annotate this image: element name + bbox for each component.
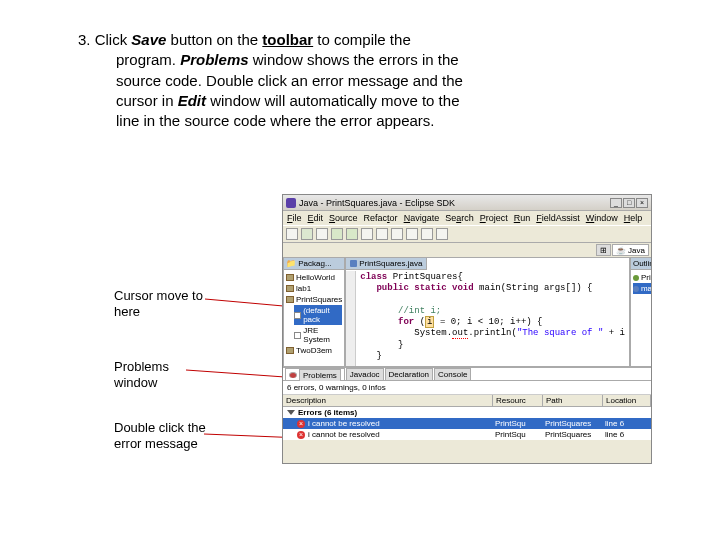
outline-main[interactable]: mai — [633, 283, 652, 294]
tab-declaration[interactable]: Declaration — [385, 368, 433, 380]
perspective-java[interactable]: ☕ Java — [612, 244, 649, 256]
search-icon[interactable] — [406, 228, 418, 240]
col-description[interactable]: Description — [283, 395, 493, 406]
outline-class[interactable]: PrintS — [633, 272, 652, 283]
annotation-cursor: Cursor move to here — [114, 288, 214, 319]
tab-problems[interactable]: Problems — [285, 368, 345, 380]
menu-edit[interactable]: Edit — [308, 213, 324, 223]
col-resource[interactable]: Resourc — [493, 395, 543, 406]
jre-system[interactable]: JRE System — [294, 325, 342, 345]
outline-tab[interactable]: Outline — [631, 258, 652, 270]
instruction-number: 3. — [78, 31, 91, 48]
window-controls: _ □ × — [610, 198, 648, 208]
project-helloworld[interactable]: HelloWorld — [286, 272, 342, 283]
outline-view[interactable]: Outline PrintS mai — [630, 257, 652, 367]
toolbar — [283, 225, 651, 243]
bottom-tabs: Problems Javadoc Declaration Console — [283, 368, 651, 381]
menu-project[interactable]: Project — [480, 213, 508, 223]
instruction-text: 3. Click Save button on the toolbar to c… — [78, 30, 618, 131]
tab-console[interactable]: Console — [434, 368, 471, 380]
menu-run[interactable]: Run — [514, 213, 531, 223]
errors-group[interactable]: Errors (6 items) — [283, 407, 651, 418]
menu-file[interactable]: File — [287, 213, 302, 223]
editor-tab[interactable]: PrintSquares.java — [345, 257, 427, 270]
error-row-2[interactable]: ×i cannot be resolved PrintSqu PrintSqua… — [283, 429, 651, 440]
problems-summary: 6 errors, 0 warnings, 0 infos — [283, 381, 651, 395]
source-code: class PrintSquares{ public static void m… — [346, 258, 629, 366]
project-twod[interactable]: TwoD3em — [286, 345, 342, 356]
project-lab1[interactable]: lab1 — [286, 283, 342, 294]
problems-icon — [289, 372, 297, 378]
new-package-icon[interactable] — [361, 228, 373, 240]
package-explorer[interactable]: 📁 Packag... HelloWorld lab1 PrintSquares… — [283, 257, 345, 367]
open-perspective-icon[interactable]: ⊞ — [596, 244, 611, 256]
print-icon[interactable] — [316, 228, 328, 240]
expand-icon — [287, 410, 295, 415]
menubar: File Edit Source Refactor Navigate Searc… — [283, 211, 651, 225]
menu-search[interactable]: Search — [445, 213, 474, 223]
default-package[interactable]: (default pack — [294, 305, 342, 325]
col-path[interactable]: Path — [543, 395, 603, 406]
problems-header: Description Resourc Path Location — [283, 395, 651, 407]
col-location[interactable]: Location — [603, 395, 651, 406]
annotation-doubleclick: Double click the error message — [114, 420, 214, 451]
error-row-1[interactable]: ×i cannot be resolved PrintSqu PrintSqua… — [283, 418, 651, 429]
forward-icon[interactable] — [436, 228, 448, 240]
editor-gutter — [346, 271, 356, 366]
menu-fieldassist[interactable]: FieldAssist — [536, 213, 580, 223]
debug-icon[interactable] — [331, 228, 343, 240]
perspective-bar: ⊞ ☕ Java — [283, 243, 651, 257]
run-icon[interactable] — [346, 228, 358, 240]
menu-source[interactable]: Source — [329, 213, 358, 223]
project-printsquares[interactable]: PrintSquares — [286, 294, 342, 305]
annotation-problems: Problems window — [114, 359, 214, 390]
close-button[interactable]: × — [636, 198, 648, 208]
problems-view: Problems Javadoc Declaration Console 6 e… — [283, 367, 651, 440]
error-icon: × — [297, 431, 305, 439]
window-title: Java - PrintSquares.java - Eclipse SDK — [299, 198, 607, 208]
code-editor[interactable]: PrintSquares.java class PrintSquares{ pu… — [345, 257, 630, 367]
menu-refactor[interactable]: Refactor — [364, 213, 398, 223]
titlebar: Java - PrintSquares.java - Eclipse SDK _… — [283, 195, 651, 211]
back-icon[interactable] — [421, 228, 433, 240]
menu-navigate[interactable]: Navigate — [404, 213, 440, 223]
eclipse-window: Java - PrintSquares.java - Eclipse SDK _… — [282, 194, 652, 464]
open-type-icon[interactable] — [391, 228, 403, 240]
new-class-icon[interactable] — [376, 228, 388, 240]
menu-window[interactable]: Window — [586, 213, 618, 223]
new-icon[interactable] — [286, 228, 298, 240]
menu-help[interactable]: Help — [624, 213, 643, 223]
tab-javadoc[interactable]: Javadoc — [346, 368, 384, 380]
save-icon[interactable] — [301, 228, 313, 240]
package-explorer-tab[interactable]: 📁 Packag... — [284, 258, 344, 270]
maximize-button[interactable]: □ — [623, 198, 635, 208]
error-icon: × — [297, 420, 305, 428]
java-file-icon — [350, 260, 357, 267]
eclipse-icon — [286, 198, 296, 208]
minimize-button[interactable]: _ — [610, 198, 622, 208]
